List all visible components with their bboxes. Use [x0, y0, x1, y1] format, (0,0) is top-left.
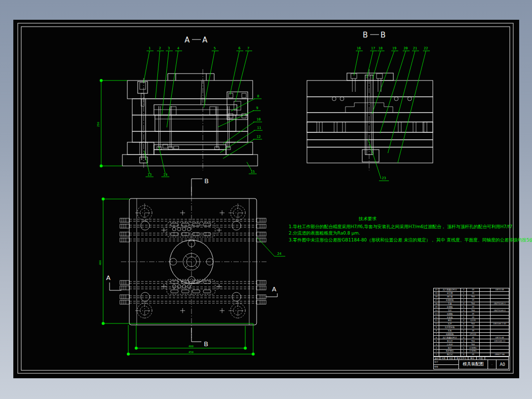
callout-label: 18 — [379, 46, 382, 50]
strip-label: 处数 — [440, 357, 447, 360]
plan-view: B B A A — [106, 177, 277, 348]
section-view-bb: B B — [307, 31, 433, 170]
callout-label: 13 — [148, 173, 152, 177]
title-block: 标记 处数 分区 更改文件号 签名 日期 设计 校核 模具装配图 ··· A0 — [433, 357, 509, 369]
parts-row: 4拉料杆1T8A — [434, 343, 509, 346]
section-view-aa: A A — [122, 36, 258, 170]
parts-row: 9推杆固定板145 — [434, 325, 509, 329]
callout-label: 2 — [159, 46, 161, 50]
drawing-title: 模具装配图 — [459, 360, 488, 369]
tech-requirements-title: 技术要求 — [289, 216, 447, 223]
callout-label: 11 — [257, 126, 261, 130]
bb-title-right: B — [380, 31, 385, 40]
callout-label: 23 — [382, 176, 386, 180]
callout-label: 24 — [277, 252, 281, 256]
water-fittings — [120, 218, 266, 304]
callout-label: 21 — [413, 46, 417, 50]
parts-row: 7动模座板1HT200 — [434, 332, 509, 336]
section-mark-a-left: A — [106, 274, 111, 281]
strip-label: 分区 — [447, 357, 455, 360]
parts-row: 20内六角螺钉M10445GB70-85 — [434, 288, 509, 292]
callout-label: 6 — [238, 46, 240, 50]
callout-label: 1 — [149, 46, 151, 50]
callout-label: 9 — [256, 106, 258, 110]
callout-label: 17 — [371, 46, 375, 50]
cooling-channels — [129, 219, 257, 303]
callout-label: 5 — [214, 46, 216, 50]
dim-aa-height: 250 — [97, 122, 100, 127]
dim-plan-width-outer: 450 — [189, 351, 193, 354]
section-mark-b-bottom: B — [204, 340, 208, 348]
callout-label: 15 — [251, 170, 255, 174]
ejector-pins — [157, 106, 230, 150]
strip-label: 日期 — [476, 357, 485, 360]
callout-label: 16 — [357, 46, 361, 50]
signoff-row: 校核 — [434, 365, 458, 369]
parts-row: 2型腔镶块1CrWMn — [434, 350, 509, 353]
parts-list-table: 20内六角螺钉M10445GB70-8519定位圈14518浇口套1T8A17定… — [433, 288, 509, 357]
title-block-main: 设计 校核 模具装配图 ··· A0 — [433, 360, 509, 369]
parts-row: 3型芯1CrWMn — [434, 346, 509, 350]
parts-row: 16导套4T8AGB/T4169.3 — [434, 302, 509, 305]
callout-label: 7 — [247, 46, 249, 50]
parts-row: 12支承板145 — [434, 316, 509, 319]
parts-row: 8推板145 — [434, 329, 509, 332]
callout-label: 20 — [404, 46, 408, 50]
sheet-size: A0 — [496, 360, 508, 369]
callout-label: 3 — [168, 46, 170, 50]
signoff-row: 设计 — [434, 360, 458, 365]
title-block-dots: ··· — [488, 360, 496, 369]
annotations-green: 250 1 2 3 4 5 6 7 — [97, 46, 430, 356]
parts-row: 6内六角螺钉M12645GB70-85 — [434, 336, 509, 339]
section-marks: B B A A — [106, 177, 277, 348]
aa-leaders-side — [144, 99, 263, 177]
tech-requirement-item: 1.导柱工作部分的配合精度采用H7/f6,导套与安装孔之间采用H7/m6过渡配合… — [289, 224, 501, 231]
strip-filler — [485, 357, 509, 360]
parts-row: 18浇口套1T8A — [434, 295, 509, 298]
aa-title-left: A — [185, 36, 190, 44]
parts-row: 1限位钉445GB827-86 — [434, 353, 509, 356]
parts-row: 13动模板145 — [434, 312, 509, 316]
title-block-strip: 标记 处数 分区 更改文件号 签名 日期 — [433, 357, 509, 360]
parts-row: 5复位杆4T8AGB4169.13 — [434, 339, 509, 343]
parts-row: 10推杆8T8AGB4169.1-84 — [434, 322, 509, 325]
parts-row: 19定位圈145 — [434, 291, 509, 295]
dim-plan-width-inner: 400 — [189, 345, 193, 348]
callout-label: 14 — [163, 173, 167, 177]
strip-label: 签名 — [468, 357, 476, 360]
tech-requirements: 技术要求 1.导柱工作部分的配合精度采用H7/f6,导套与安装孔之间采用H7/m… — [289, 216, 501, 243]
parts-row: 15定模板145 — [434, 305, 509, 309]
callout-label: 10 — [257, 118, 261, 121]
dim-plan-height: 400 — [99, 260, 102, 265]
section-mark-a-right: A — [272, 285, 276, 293]
callout-label: 22 — [424, 46, 428, 50]
parts-row: 14导柱4T8AGB/T4169.4 — [434, 309, 509, 312]
title-block-signoff: 设计 校核 — [434, 360, 459, 369]
callout-label: 4 — [177, 46, 179, 50]
callout-label: 12 — [257, 135, 261, 139]
callout-label: 19 — [392, 46, 396, 50]
parts-row: 17定模座板145 — [434, 298, 509, 302]
aa-title-right: A — [202, 36, 208, 44]
tech-requirement-item: 2.分流道的表面粗糙度为Ra0.8 μm. — [289, 230, 501, 237]
parts-row: 11垫块2Q235 — [434, 319, 509, 322]
drawing-stage: A A — [0, 0, 532, 399]
callout-label: 8 — [257, 94, 259, 98]
section-mark-b-top: B — [204, 177, 209, 185]
strip-label: 更改文件号 — [455, 357, 468, 360]
bb-title-left: B — [363, 31, 368, 40]
strip-label: 标记 — [433, 357, 440, 360]
tech-requirement-item: 3.零件图中未注形位公差按GB1184-80（形状和位置公差 未注的规定）， 其… — [289, 237, 501, 244]
